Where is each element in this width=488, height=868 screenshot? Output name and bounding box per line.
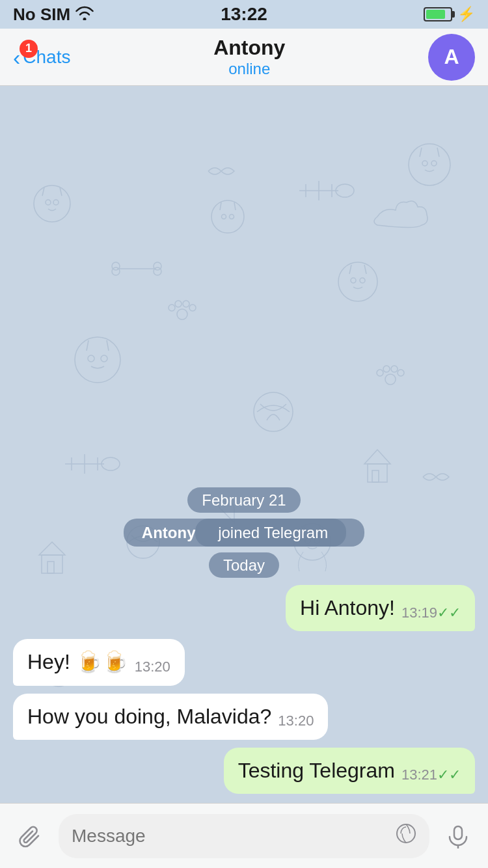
svg-point-0	[34, 185, 70, 222]
message-time: 13:21✓✓	[401, 765, 461, 785]
date-divider: February 21	[13, 491, 475, 509]
svg-point-11	[360, 278, 365, 283]
message-text: Hey! 🍺🍺	[27, 648, 128, 676]
svg-point-22	[385, 374, 396, 385]
join-rest: joined Telegram	[195, 519, 346, 547]
message-text: Testing Telegram	[238, 757, 395, 785]
svg-point-9	[338, 262, 377, 301]
chat-area: February 21 Antony joined Telegram Today…	[0, 86, 488, 803]
status-time: 13:22	[221, 4, 267, 25]
bubble-content: Hey! 🍺🍺 13:20	[27, 648, 170, 676]
messages-container: February 21 Antony joined Telegram Today…	[0, 473, 488, 803]
message-text: Hi Antony!	[300, 594, 395, 622]
svg-point-21	[189, 305, 196, 311]
status-right: ⚡	[424, 6, 475, 23]
svg-point-8	[230, 215, 234, 219]
svg-point-23	[377, 370, 383, 376]
nav-bar: 1 ‹ Chats Antony online A	[0, 29, 488, 86]
svg-rect-47	[454, 826, 462, 839]
svg-point-17	[177, 309, 187, 319]
message-input-wrapper[interactable]	[59, 814, 429, 858]
message-time: 13:20	[278, 711, 314, 731]
message-row: Hi Antony! 13:19✓✓	[13, 585, 475, 631]
read-receipts: ✓✓	[437, 766, 461, 783]
svg-point-15	[336, 184, 354, 197]
message-bubble: Hi Antony! 13:19✓✓	[286, 585, 475, 631]
svg-point-7	[222, 215, 226, 219]
message-input[interactable]	[72, 826, 389, 847]
nav-center: Antony online	[213, 36, 285, 78]
message-row: Testing Telegram 13:21✓✓	[13, 748, 475, 794]
battery-icon	[424, 7, 452, 21]
date-divider-text: February 21	[187, 487, 300, 513]
read-receipts: ✓✓	[437, 604, 461, 621]
join-notice-text: Antony joined Telegram	[124, 519, 364, 547]
status-bar: No SIM 13:22 ⚡	[0, 0, 488, 29]
svg-point-19	[175, 301, 182, 307]
back-badge: 1	[20, 40, 38, 58]
carrier-info: No SIM	[13, 5, 94, 25]
message-bubble: Testing Telegram 13:21✓✓	[224, 748, 475, 794]
svg-point-25	[391, 366, 398, 372]
input-bar	[0, 803, 488, 868]
avatar[interactable]: A	[428, 34, 475, 81]
battery-fill	[426, 10, 445, 19]
bubble-content: Testing Telegram 13:21✓✓	[238, 757, 461, 785]
message-text: How you doing, Malavida?	[27, 703, 271, 731]
join-notice: Antony joined Telegram	[13, 524, 475, 542]
bubble-content: Hi Antony! 13:19✓✓	[300, 594, 461, 622]
message-time: 13:19✓✓	[401, 603, 461, 623]
contact-name: Antony	[213, 36, 285, 60]
sticker-icon[interactable]	[396, 823, 416, 848]
svg-point-18	[169, 305, 175, 311]
attachment-button[interactable]	[12, 818, 48, 854]
svg-point-6	[211, 200, 244, 233]
wifi-icon	[75, 5, 94, 25]
message-row: How you doing, Malavida? 13:20	[13, 694, 475, 740]
join-name: Antony	[142, 524, 196, 541]
svg-point-14	[101, 355, 107, 362]
svg-point-16	[102, 457, 120, 470]
message-time: 13:20	[135, 657, 170, 677]
back-button[interactable]: 1 ‹ Chats	[13, 46, 70, 68]
message-bubble: Hey! 🍺🍺 13:20	[13, 639, 185, 685]
svg-point-27	[254, 392, 293, 431]
today-divider: Today	[13, 556, 475, 575]
svg-point-5	[431, 161, 437, 166]
svg-point-3	[409, 144, 450, 185]
svg-point-2	[53, 200, 59, 205]
svg-point-26	[398, 370, 404, 376]
svg-point-37	[112, 267, 120, 275]
bubble-content: How you doing, Malavida? 13:20	[27, 703, 314, 731]
svg-point-39	[154, 267, 161, 275]
svg-point-13	[88, 355, 94, 362]
today-divider-text: Today	[209, 552, 279, 578]
svg-point-24	[383, 366, 390, 372]
svg-point-10	[351, 278, 356, 283]
message-bubble: How you doing, Malavida? 13:20	[13, 694, 328, 740]
contact-status: online	[213, 60, 285, 78]
charging-icon: ⚡	[457, 6, 475, 23]
svg-point-4	[422, 161, 427, 166]
svg-point-20	[183, 301, 189, 307]
message-row: Hey! 🍺🍺 13:20	[13, 639, 475, 685]
carrier-text: No SIM	[13, 5, 70, 25]
svg-point-12	[75, 337, 120, 383]
microphone-button[interactable]	[440, 818, 476, 854]
svg-point-1	[46, 200, 51, 205]
